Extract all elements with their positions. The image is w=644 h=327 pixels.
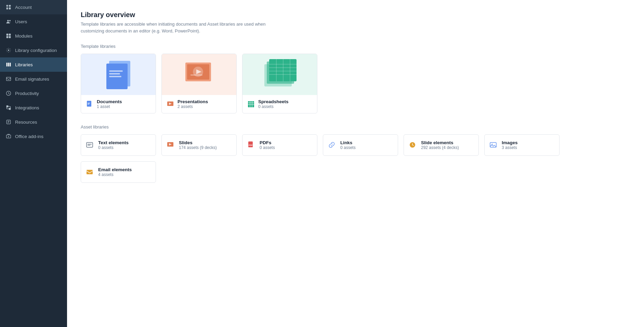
asset-card-icon-images [489,141,498,149]
sidebar-label-library-configuration: Library configuration [15,48,57,53]
asset-card-count-links: 0 assets [340,145,356,150]
sidebar-item-office-add-ins[interactable]: Office add-ins [0,129,67,144]
asset-card-count-text-elements: 0 assets [98,145,129,150]
integrations-icon [5,105,12,111]
template-card-icon-presentations [167,100,174,108]
svg-rect-31 [88,103,90,104]
svg-text:PDF: PDF [249,144,253,146]
asset-card-icon-slide-elements [409,141,417,149]
svg-rect-14 [6,77,11,81]
resources-icon [5,119,12,125]
asset-card-icon-email-elements [86,168,94,176]
asset-card-count-images: 3 assets [502,145,518,150]
svg-rect-13 [10,63,11,66]
svg-rect-30 [87,101,91,107]
svg-rect-0 [6,5,8,7]
sidebar-item-libraries[interactable]: Libraries [0,57,67,72]
asset-card-count-email-elements: 4 assets [98,172,132,177]
asset-card-email-elements[interactable]: Email elements4 assets [81,161,156,183]
asset-card-name-pdfs: PDFs [260,140,275,145]
sidebar-item-users[interactable]: Users [0,14,67,29]
sidebar-label-resources: Resources [15,120,37,125]
account-icon [5,4,12,10]
users-icon [5,18,12,25]
template-card-count-presentations: 2 assets [178,104,208,109]
template-card-count-spreadsheets: 0 assets [258,104,289,109]
svg-rect-8 [6,36,9,38]
sidebar-item-resources[interactable]: Resources [0,115,67,129]
svg-rect-17 [9,108,11,110]
template-card-name-documents: Documents [97,99,122,104]
svg-rect-6 [6,34,9,36]
svg-rect-2 [9,5,11,7]
sidebar-label-users: Users [15,19,27,24]
asset-card-name-email-elements: Email elements [98,167,132,172]
sidebar-item-integrations[interactable]: Integrations [0,100,67,115]
svg-rect-16 [6,106,9,108]
asset-card-name-slide-elements: Slide elements [421,140,459,145]
template-card-icon-documents [86,100,93,108]
template-card-image-documents [81,54,156,95]
template-card-name-presentations: Presentations [178,99,208,104]
email-sig-icon [5,76,12,82]
template-card-documents[interactable]: Documents1 asset [81,54,156,113]
main-content: Library overview Template libraries are … [67,0,644,327]
svg-rect-9 [9,36,11,38]
svg-rect-11 [6,63,8,66]
asset-card-text-elements[interactable]: Text elements0 assets [81,134,156,156]
asset-card-images[interactable]: Images3 assets [484,134,560,156]
template-card-presentations[interactable]: Presentations2 assets [161,54,237,113]
svg-rect-42 [269,59,297,81]
asset-card-name-text-elements: Text elements [98,140,129,145]
template-card-spreadsheets[interactable]: Spreadsheets0 assets [242,54,317,113]
modules-icon [5,33,12,39]
asset-card-slide-elements[interactable]: Slide elements292 assets (4 decks) [404,134,479,156]
asset-section-title: Asset libraries [81,124,630,130]
config-icon [5,47,12,53]
page-description: Template libraries are accessible when i… [81,21,272,34]
asset-card-icon-pdfs: PDF [247,141,255,149]
svg-rect-37 [190,74,202,76]
svg-rect-50 [248,101,254,107]
template-card-image-spreadsheets [242,54,317,95]
svg-point-10 [8,50,9,51]
template-card-count-documents: 1 asset [97,104,122,109]
page-title: Library overview [81,11,630,19]
sidebar-item-productivity[interactable]: Productivity [0,86,67,100]
sidebar-label-email-signatures: Email signatures [15,77,49,82]
asset-libraries-grid: Text elements0 assetsSlides174 assets (9… [81,134,630,183]
sidebar-label-integrations: Integrations [15,105,39,110]
sidebar-item-modules[interactable]: Modules [0,29,67,43]
asset-card-slides[interactable]: Slides174 assets (9 decks) [161,134,237,156]
sidebar-label-libraries: Libraries [15,62,33,67]
sidebar-label-productivity: Productivity [15,91,39,96]
libraries-icon [5,62,12,68]
asset-card-icon-links [328,141,336,149]
asset-card-pdfs[interactable]: PDFPDFs0 assets [242,134,317,156]
svg-rect-28 [109,73,120,74]
template-section-title: Template libraries [81,44,630,49]
template-card-name-spreadsheets: Spreadsheets [258,99,289,104]
asset-card-icon-slides [167,141,175,149]
asset-card-count-slide-elements: 292 assets (4 decks) [421,145,459,150]
sidebar-item-email-signatures[interactable]: Email signatures [0,72,67,86]
asset-card-links[interactable]: Links0 assets [323,134,398,156]
svg-rect-55 [87,142,93,147]
svg-rect-65 [87,170,93,174]
sidebar: AccountUsersModulesLibrary configuration… [0,0,67,327]
template-card-image-presentations [162,54,236,95]
svg-rect-32 [88,104,89,105]
asset-card-name-links: Links [340,140,356,145]
template-card-icon-spreadsheets [247,100,255,108]
asset-card-name-slides: Slides [179,140,217,145]
asset-card-name-images: Images [502,140,518,145]
sidebar-item-account[interactable]: Account [0,0,67,14]
office-icon [5,133,12,139]
svg-rect-7 [9,34,11,36]
svg-rect-27 [109,70,123,72]
svg-point-5 [9,20,11,22]
asset-card-count-slides: 174 assets (9 decks) [179,145,217,150]
sidebar-label-account: Account [15,5,32,10]
svg-rect-3 [9,8,11,10]
sidebar-item-library-configuration[interactable]: Library configuration [0,43,67,57]
